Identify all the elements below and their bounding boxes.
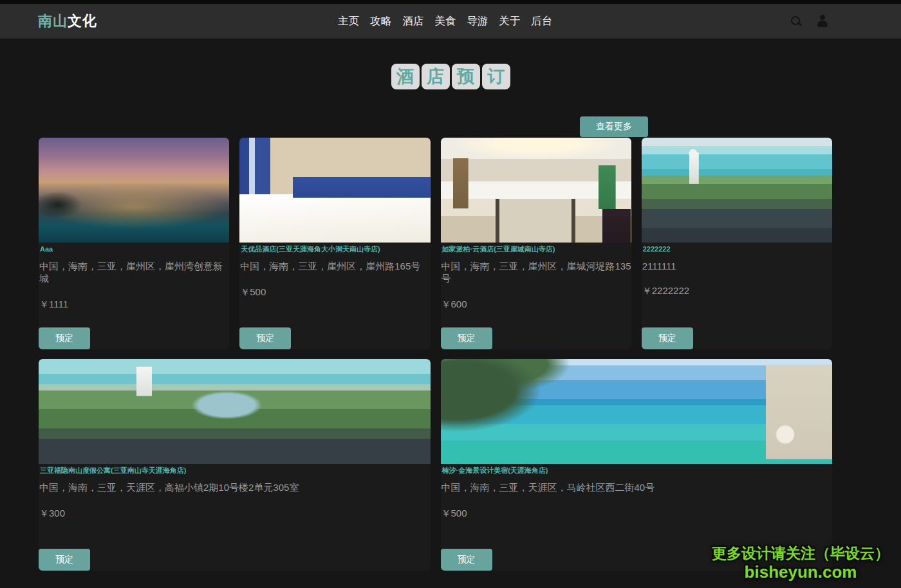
hotel-card: 楠汐·金海景设计美宿(天涯海角店) 中国，海南，三亚，天涯区，马岭社区西二街40… — [441, 359, 833, 571]
watermark-line1: 更多设计请关注（毕设云） — [712, 544, 889, 562]
hotel-address: 中国，海南，三亚，崖州区，崖城河堤路135号 — [441, 261, 631, 285]
main-nav: 主页 攻略 酒店 美食 导游 关于 后台 — [338, 14, 552, 28]
book-button[interactable]: 预定 — [441, 327, 492, 349]
sea-view-villa-photo — [441, 359, 833, 464]
hotel-price: ￥600 — [441, 299, 631, 311]
dusk-resort-photo — [39, 138, 229, 243]
hotel-lobby-photo — [441, 138, 631, 243]
hotel-title: 2222222 — [643, 245, 832, 253]
hotel-card: 2222222 2111111 ￥2222222 预定 — [642, 138, 832, 349]
book-button[interactable]: 预定 — [39, 327, 90, 349]
nav-item-hotels[interactable]: 酒店 — [402, 14, 423, 28]
page-title-char: 店 — [422, 64, 450, 89]
nav-item-about[interactable]: 关于 — [499, 14, 520, 28]
hotel-grid: Aaa 中国，海南，三亚，崖州区，崖州湾创意新城 ￥1111 预定 天优品酒店(… — [39, 138, 832, 571]
hotel-price: ￥300 — [39, 508, 431, 520]
page-title-char: 订 — [482, 64, 510, 89]
hotel-price: ￥500 — [441, 508, 833, 520]
hotel-title: 天优品酒店(三亚天涯海角大小洞天南山寺店) — [241, 245, 430, 253]
hotel-address: 2111111 — [642, 261, 832, 271]
nav-item-tour-guide[interactable]: 导游 — [467, 14, 488, 28]
aerial-resort-photo — [39, 359, 431, 464]
page-title: 酒 店 预 订 — [0, 64, 901, 89]
page: 南山文化 主页 攻略 酒店 美食 导游 关于 后台 酒 店 预 订 查看更多 A… — [0, 0, 901, 588]
page-title-char: 预 — [452, 64, 480, 89]
brand-logo[interactable]: 南山文化 — [38, 12, 97, 31]
watermark-line2: bisheyun.com — [712, 562, 889, 583]
hotel-address: 中国，海南，三亚，崖州区，崖州湾创意新城 — [39, 261, 229, 285]
hotel-list-section: 查看更多 Aaa 中国，海南，三亚，崖州区，崖州湾创意新城 ￥1111 预定 天… — [39, 116, 832, 571]
hotel-price: ￥1111 — [39, 299, 229, 311]
nav-item-admin[interactable]: 后台 — [531, 14, 552, 28]
hotel-address: 中国，海南，三亚，崖州区，崖州路165号 — [240, 261, 430, 273]
watermark: 更多设计请关注（毕设云） bisheyun.com — [712, 544, 889, 583]
hotel-card: 天优品酒店(三亚天涯海角大小洞天南山寺店) 中国，海南，三亚，崖州区，崖州路16… — [239, 138, 430, 349]
hotel-address: 中国，海南，三亚，天涯区，高福小镇2期10号楼2单元305室 — [39, 482, 431, 494]
hotel-title: 楠汐·金海景设计美宿(天涯海角店) — [442, 466, 833, 475]
page-title-char: 酒 — [391, 64, 420, 89]
brand-logo-rest: 文化 — [68, 13, 97, 29]
hotel-title: 三亚福隐南山度假公寓(三亚南山寺天涯海角店) — [40, 466, 431, 475]
hotel-card: 如家派柏·云酒店(三亚崖城南山寺店) 中国，海南，三亚，崖州区，崖城河堤路135… — [441, 138, 631, 349]
view-more-button[interactable]: 查看更多 — [580, 116, 648, 137]
hotel-price: ￥2222222 — [642, 285, 832, 297]
book-button[interactable]: 预定 — [239, 327, 291, 349]
hotel-room-photo — [239, 138, 430, 243]
user-icon[interactable] — [816, 15, 829, 28]
hotel-card: 三亚福隐南山度假公寓(三亚南山寺天涯海角店) 中国，海南，三亚，天涯区，高福小镇… — [39, 359, 431, 571]
nav-item-guides[interactable]: 攻略 — [370, 14, 391, 28]
search-icon[interactable] — [790, 15, 802, 27]
navbar: 南山文化 主页 攻略 酒店 美食 导游 关于 后台 — [0, 4, 901, 40]
hotel-title: Aaa — [40, 245, 229, 253]
hotel-price: ￥500 — [240, 286, 430, 299]
brand-logo-accent: 南山 — [38, 13, 68, 29]
nav-item-food[interactable]: 美食 — [434, 14, 456, 28]
book-button[interactable]: 预定 — [642, 327, 693, 349]
book-button[interactable]: 预定 — [441, 549, 492, 571]
nav-item-home[interactable]: 主页 — [338, 14, 359, 28]
book-button[interactable]: 预定 — [39, 549, 90, 571]
hotel-card: Aaa 中国，海南，三亚，崖州区，崖州湾创意新城 ￥1111 预定 — [39, 138, 229, 349]
nav-icons — [790, 15, 829, 28]
guanyin-statue-photo — [642, 138, 832, 243]
hotel-address: 中国，海南，三亚，天涯区，马岭社区西二街40号 — [441, 482, 833, 494]
hotel-title: 如家派柏·云酒店(三亚崖城南山寺店) — [442, 245, 631, 253]
